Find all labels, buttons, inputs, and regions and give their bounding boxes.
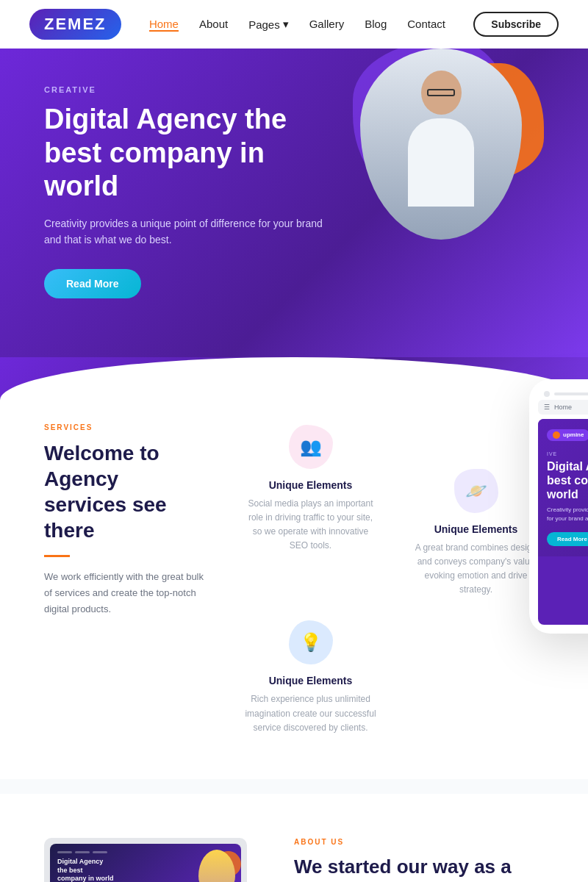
desktop-mockup: Digital Agencythe bestcompany in world R… — [44, 838, 257, 882]
service-icon-1: 👥 — [287, 423, 334, 470]
service-card-title-1: Unique Elements — [243, 479, 379, 491]
phone-hero-title: Digital Agency the best company in world — [547, 459, 588, 502]
navbar: ZEMEZ Home About Pages ▾ Gallery Blog Co… — [0, 0, 588, 49]
nav-home[interactable]: Home — [149, 18, 179, 32]
monitor-screen: Digital Agencythe bestcompany in world R… — [50, 844, 241, 882]
phone-browser-bar: ☰ Home — [538, 400, 588, 415]
phone-badge-text: upmine — [563, 431, 584, 438]
about-right-panel: ABOUT US We started our way as a small d… — [294, 838, 544, 882]
woman-illustration — [390, 63, 492, 225]
monitor-frame: Digital Agencythe bestcompany in world R… — [44, 838, 247, 882]
phone-mockup-container: ☰ Home upmine IVE Digital Agency the bes… — [397, 423, 559, 634]
services-left-panel: SERVICES Welcome to Agency services see … — [44, 423, 206, 735]
woman-glasses — [427, 89, 455, 96]
hero-description: Creativity provides a unique point of di… — [44, 215, 323, 248]
monitor-nav-dot-2 — [75, 851, 90, 853]
service-card-1: 👥 Unique Elements Social media plays an … — [243, 423, 379, 598]
monitor-nav-dot-3 — [93, 851, 107, 853]
nav-blog[interactable]: Blog — [365, 18, 387, 30]
monitor-container: Digital Agencythe bestcompany in world R… — [44, 838, 247, 882]
phone-hero-desc: Creativity provides a unique point of di… — [547, 506, 588, 523]
service-card-desc-3: Rich experience plus unlimited imaginati… — [243, 692, 379, 735]
service-card-desc-1: Social media plays an important role in … — [243, 497, 379, 553]
hero-content: CREATIVE Digital Agency the best company… — [44, 85, 323, 298]
about-section: Digital Agencythe bestcompany in world R… — [0, 794, 588, 882]
hero-title: Digital Agency the best company in world — [44, 103, 323, 204]
phone-hero-label: IVE — [547, 451, 588, 456]
nav-about[interactable]: About — [199, 18, 228, 30]
phone-badge-dot — [553, 431, 560, 439]
monitor-nav-dot-1 — [57, 851, 72, 853]
nav-gallery[interactable]: Gallery — [309, 18, 345, 30]
phone-screen: upmine IVE Digital Agency the best compa… — [538, 419, 588, 625]
service-icon-shape-3: 💡 — [289, 620, 333, 664]
nav-pages[interactable]: Pages ▾ — [248, 18, 289, 31]
woman-body — [408, 118, 474, 207]
services-and-phone-area: SERVICES Welcome to Agency services see … — [0, 409, 588, 779]
nav-links: Home About Pages ▾ Gallery Blog Contact — [149, 18, 445, 31]
services-divider — [44, 555, 70, 557]
phone-speaker — [554, 392, 588, 395]
phone-camera — [544, 391, 550, 397]
hero-label: CREATIVE — [44, 85, 323, 94]
service-icon-3: 💡 — [287, 619, 334, 666]
phone-top-bar — [538, 388, 588, 400]
people-icon: 👥 — [300, 437, 322, 457]
hero-section: CREATIVE Digital Agency the best company… — [0, 49, 588, 357]
browser-url: Home — [554, 404, 572, 411]
lightbulb-icon: 💡 — [300, 632, 322, 653]
menu-icon: ☰ — [544, 404, 550, 411]
chevron-down-icon: ▾ — [283, 18, 289, 31]
hero-photo — [360, 49, 522, 240]
about-label: ABOUT US — [294, 838, 544, 846]
phone-mockup: ☰ Home upmine IVE Digital Agency the bes… — [529, 379, 588, 634]
service-icon-shape-1: 👥 — [289, 425, 333, 469]
hero-image-area — [338, 49, 559, 284]
about-left-panel: Digital Agencythe bestcompany in world R… — [44, 838, 265, 882]
phone-cta-button[interactable]: Read More — [547, 532, 588, 546]
phone-hero-content: upmine IVE Digital Agency the best compa… — [538, 419, 588, 557]
service-card-3: 💡 Unique Elements Rich experience plus u… — [243, 619, 379, 735]
service-card-title-3: Unique Elements — [243, 675, 379, 686]
hero-cta-button[interactable]: Read More — [44, 269, 141, 298]
phone-badge: upmine — [547, 429, 588, 441]
about-section-wrapper: Digital Agencythe bestcompany in world R… — [0, 779, 588, 882]
logo[interactable]: ZEMEZ — [29, 9, 121, 40]
services-description: We work efficiently with the great bulk … — [44, 569, 206, 617]
about-title: We started our way as a small design bur… — [294, 855, 544, 882]
services-label: SERVICES — [44, 423, 206, 431]
services-title: Welcome to Agency services see there — [44, 440, 206, 543]
nav-contact[interactable]: Contact — [407, 18, 445, 30]
woman-head — [421, 71, 462, 115]
subscribe-button[interactable]: Subscribe — [473, 12, 559, 37]
